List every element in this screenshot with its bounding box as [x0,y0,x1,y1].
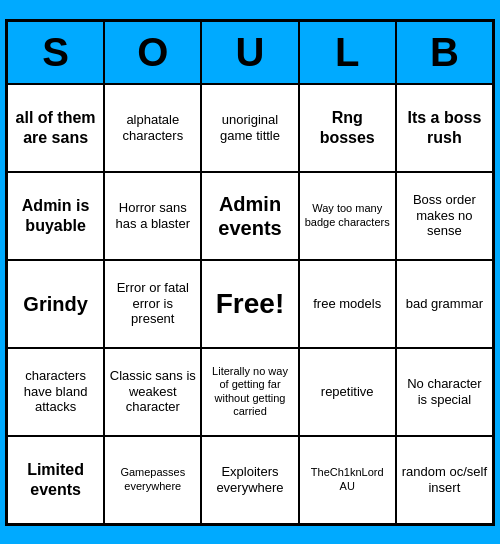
cell-r4-c0: Limited events [7,436,104,524]
cell-r0-c1: alphatale characters [104,84,201,172]
cell-r3-c1: Classic sans is weakest character [104,348,201,436]
cell-r3-c3: repetitive [299,348,396,436]
cell-r2-c0: Grindy [7,260,104,348]
cell-r1-c1: Horror sans has a blaster [104,172,201,260]
cell-r4-c3: TheCh1knLord AU [299,436,396,524]
header-letter: O [104,21,201,84]
cell-r3-c4: No character is special [396,348,493,436]
cell-r3-c2: Literally no way of getting far without … [201,348,298,436]
cell-r2-c2: Free! [201,260,298,348]
cell-r2-c4: bad grammar [396,260,493,348]
cell-r1-c0: Admin is buyable [7,172,104,260]
cell-r4-c1: Gamepasses everywhere [104,436,201,524]
header-letter: S [7,21,104,84]
cell-r0-c0: all of them are sans [7,84,104,172]
cell-r1-c3: Way too many badge characters [299,172,396,260]
cell-r1-c4: Boss order makes no sense [396,172,493,260]
cell-r0-c4: Its a boss rush [396,84,493,172]
cell-r0-c2: unoriginal game tittle [201,84,298,172]
cell-r2-c3: free models [299,260,396,348]
cell-r3-c0: characters have bland attacks [7,348,104,436]
header-letter: B [396,21,493,84]
bingo-header: SOULB [7,21,493,84]
cell-r4-c4: random oc/self insert [396,436,493,524]
bingo-grid: all of them are sansalphatale characters… [7,84,493,524]
bingo-card: SOULB all of them are sansalphatale char… [5,19,495,526]
cell-r4-c2: Exploiters everywhere [201,436,298,524]
cell-r0-c3: Rng bosses [299,84,396,172]
header-letter: U [201,21,298,84]
header-letter: L [299,21,396,84]
cell-r2-c1: Error or fatal error is present [104,260,201,348]
cell-r1-c2: Admin events [201,172,298,260]
